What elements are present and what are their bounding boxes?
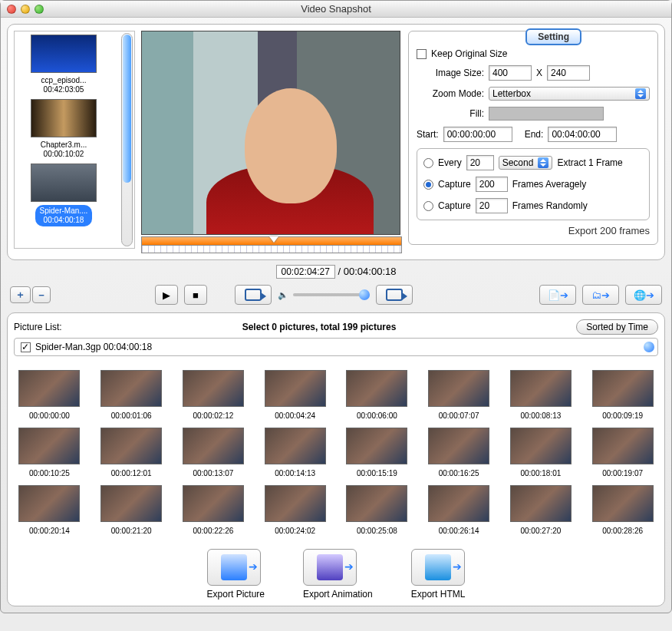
thumbnail-cell[interactable]: 00:00:00:00 bbox=[14, 370, 85, 420]
end-input[interactable] bbox=[548, 127, 617, 142]
export-multi-button[interactable]: 🗂➔ bbox=[582, 285, 619, 305]
preview-column bbox=[141, 31, 402, 253]
frame-thumbnail bbox=[592, 428, 654, 464]
keep-original-checkbox[interactable] bbox=[417, 49, 427, 59]
export-picture-label: Export Picture bbox=[207, 589, 265, 600]
frame-thumbnail bbox=[592, 370, 654, 407]
minus-icon: − bbox=[38, 289, 44, 301]
stop-button[interactable]: ■ bbox=[184, 285, 207, 305]
thumbnail-cell[interactable]: 00:00:08:13 bbox=[506, 370, 577, 420]
height-input[interactable] bbox=[547, 65, 590, 81]
start-input[interactable] bbox=[443, 127, 512, 142]
avg-radio[interactable] bbox=[423, 180, 433, 190]
frame-timestamp: 00:00:15:19 bbox=[341, 469, 413, 477]
snapshot-range-button[interactable] bbox=[376, 285, 413, 305]
avg-label: Capture bbox=[438, 179, 471, 190]
sidebar-item[interactable]: ccp_episod...00:42:03:05 bbox=[18, 35, 110, 94]
thumbnail-cell[interactable]: 00:00:13:07 bbox=[178, 428, 249, 477]
export-picture-button[interactable] bbox=[207, 549, 261, 586]
frame-timestamp: 00:00:04:24 bbox=[259, 411, 331, 420]
frame-timestamp: 00:00:14:13 bbox=[259, 469, 331, 477]
thumbnail-cell[interactable]: 00:00:22:26 bbox=[178, 485, 249, 535]
tab-setting[interactable]: Setting bbox=[525, 28, 581, 45]
sidebar-scrollbar[interactable] bbox=[121, 33, 133, 246]
frame-thumbnail bbox=[183, 370, 244, 407]
clapboard-icon bbox=[317, 554, 343, 580]
frame-thumbnail bbox=[265, 370, 326, 407]
sidebar-item-label: Spider-Man....00:04:00:18 bbox=[35, 205, 93, 226]
export-animation-button[interactable] bbox=[303, 549, 357, 586]
thumbnail-cell[interactable]: 00:00:04:24 bbox=[259, 370, 331, 420]
export-web-button[interactable]: 🌐➔ bbox=[625, 285, 662, 305]
thumbnail-cell[interactable]: 00:00:20:14 bbox=[14, 485, 85, 535]
export-row: Export Picture Export Animation Export H… bbox=[14, 549, 658, 600]
sort-button[interactable]: Sorted by Time bbox=[576, 319, 658, 335]
sidebar-item[interactable]: Spider-Man....00:04:00:18 bbox=[18, 164, 110, 226]
thumbnail-cell[interactable]: 00:00:12:01 bbox=[96, 428, 167, 477]
thumbnail-cell[interactable]: 00:00:02:12 bbox=[178, 370, 249, 420]
pages-arrow-icon: 🗂➔ bbox=[591, 289, 610, 301]
timeline[interactable] bbox=[141, 236, 402, 246]
export-image-button[interactable]: 📄➔ bbox=[539, 285, 576, 305]
thumbnail-cell[interactable]: 00:00:25:08 bbox=[341, 485, 413, 535]
thumbnail-cell[interactable]: 00:00:09:19 bbox=[587, 370, 658, 420]
play-button[interactable]: ▶ bbox=[155, 285, 178, 305]
every-label: Every bbox=[438, 157, 462, 168]
file-checkbox[interactable] bbox=[21, 342, 31, 352]
export-html-button[interactable] bbox=[411, 549, 465, 586]
add-button[interactable]: ＋ bbox=[10, 286, 31, 303]
video-preview[interactable] bbox=[141, 31, 400, 235]
close-icon[interactable] bbox=[7, 5, 16, 14]
every-unit-select[interactable]: Second bbox=[499, 156, 553, 170]
timeline-ruler[interactable] bbox=[141, 246, 402, 253]
thumbnail-grid: 00:00:00:0000:00:01:0600:00:02:1200:00:0… bbox=[14, 370, 658, 535]
stop-icon: ■ bbox=[193, 289, 199, 301]
minimize-icon[interactable] bbox=[21, 5, 30, 14]
frame-thumbnail bbox=[592, 485, 654, 522]
fill-color-well[interactable] bbox=[489, 107, 604, 121]
frame-thumbnail bbox=[18, 370, 80, 407]
avg-value-input[interactable] bbox=[476, 177, 508, 192]
thumbnail-cell[interactable]: 00:00:21:20 bbox=[96, 485, 167, 535]
thumbnail-cell[interactable]: 00:00:14:13 bbox=[259, 428, 331, 477]
thumbnail-cell[interactable]: 00:00:26:14 bbox=[423, 485, 495, 535]
picture-icon bbox=[221, 554, 247, 580]
rand-label: Capture bbox=[438, 200, 471, 211]
thumbnail-cell[interactable]: 00:00:27:20 bbox=[506, 485, 577, 535]
every-radio[interactable] bbox=[423, 158, 433, 168]
video-thumbnail bbox=[31, 164, 97, 202]
frame-timestamp: 00:00:24:02 bbox=[259, 527, 331, 535]
frame-timestamp: 00:00:22:26 bbox=[178, 527, 249, 535]
thumbnail-cell[interactable]: 00:00:24:02 bbox=[259, 485, 331, 535]
sidebar-item[interactable]: Chapter3.m...00:00:10:02 bbox=[18, 99, 110, 159]
zoom-label: Zoom Mode: bbox=[417, 88, 484, 99]
thumbnail-cell[interactable]: 00:00:07:07 bbox=[423, 370, 495, 420]
volume-slider[interactable] bbox=[293, 293, 370, 296]
frame-thumbnail bbox=[183, 485, 244, 522]
width-input[interactable] bbox=[489, 65, 532, 81]
thumbnail-cell[interactable]: 00:00:16:25 bbox=[423, 428, 495, 477]
thumbnail-cell[interactable]: 00:00:18:01 bbox=[506, 428, 577, 477]
thumbnail-cell[interactable]: 00:00:19:07 bbox=[587, 428, 658, 477]
frame-timestamp: 00:00:07:07 bbox=[423, 411, 495, 420]
frame-timestamp: 00:00:27:20 bbox=[506, 527, 577, 535]
zoom-select[interactable]: Letterbox bbox=[489, 87, 650, 101]
thumbnail-cell[interactable]: 00:00:15:19 bbox=[341, 428, 413, 477]
zoom-icon[interactable] bbox=[35, 5, 44, 14]
file-row[interactable]: Spider-Man.3gp 00:04:00:18 bbox=[14, 338, 658, 356]
rand-radio[interactable] bbox=[423, 201, 433, 211]
thumbnail-cell[interactable]: 00:00:28:26 bbox=[587, 485, 658, 535]
frame-timestamp: 00:00:00:00 bbox=[14, 411, 85, 420]
every-value-input[interactable] bbox=[466, 155, 494, 170]
frame-timestamp: 00:00:02:12 bbox=[178, 411, 249, 420]
rand-value-input[interactable] bbox=[476, 198, 508, 213]
playhead-icon[interactable] bbox=[269, 236, 278, 243]
list-scrollbar-thumb[interactable] bbox=[644, 342, 654, 352]
thumbnail-cell[interactable]: 00:00:06:00 bbox=[341, 370, 413, 420]
thumbnail-cell[interactable]: 00:00:01:06 bbox=[96, 370, 167, 420]
frame-thumbnail bbox=[265, 428, 326, 464]
remove-button[interactable]: − bbox=[32, 286, 51, 303]
thumbnail-cell[interactable]: 00:00:10:25 bbox=[14, 428, 85, 477]
time-readout: 00:02:04:27 / 00:04:00:18 bbox=[7, 265, 665, 279]
snapshot-button[interactable] bbox=[235, 285, 272, 305]
